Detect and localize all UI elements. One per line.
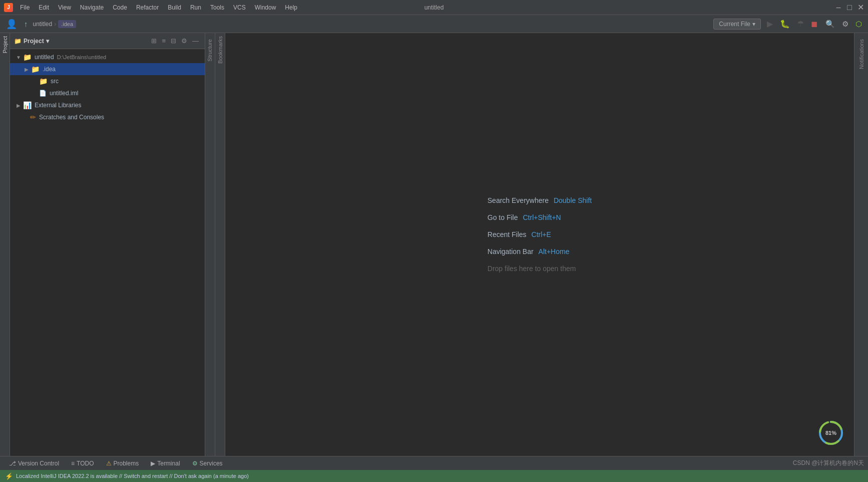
shortcut-navbar: Alt+Home <box>539 248 570 256</box>
welcome-row-navbar: Navigation Bar Alt+Home <box>488 248 592 256</box>
menu-refactor[interactable]: Refactor <box>132 3 163 13</box>
welcome-row-goto: Go to File Ctrl+Shift+N <box>488 213 592 221</box>
app-icon: J <box>4 3 13 12</box>
shortcut-goto: Ctrl+Shift+N <box>523 213 561 221</box>
project-panel: 📁 Project ▾ ⊞ ≡ ⊟ ⚙ — ▼ 📁 untitled D:\Je… <box>10 33 205 456</box>
breadcrumb-sep: › <box>54 21 56 28</box>
tree-label-src: src <box>51 78 59 85</box>
status-message: Localized IntelliJ IDEA 2022.2 is availa… <box>16 473 249 479</box>
menu-window[interactable]: Window <box>251 3 280 13</box>
status-icon: ⚡ <box>5 472 13 480</box>
tab-problems[interactable]: ⚠ Problems <box>101 459 144 468</box>
breadcrumb: untitled › .idea <box>33 20 77 28</box>
welcome-content: Search Everywhere Double Shift Go to Fil… <box>488 196 592 273</box>
project-tree: ▼ 📁 untitled D:\JetBrains\untitled ▶ 📁 .… <box>10 49 205 456</box>
status-bar: ⚡ Localized IntelliJ IDEA 2022.2 is avai… <box>0 470 868 482</box>
shortcut-recent: Ctrl+E <box>532 230 551 238</box>
idea-folder-icon: 📁 <box>31 65 40 73</box>
version-control-icon: ⎇ <box>9 460 16 467</box>
update-icon[interactable]: ↑ <box>22 18 30 30</box>
tree-item-iml[interactable]: 📄 untitled.iml <box>10 87 205 99</box>
title-bar: J File Edit View Navigate Code Refactor … <box>0 0 868 15</box>
bookmarks-strip: Bookmarks <box>215 33 225 456</box>
menu-vcs[interactable]: VCS <box>229 3 250 13</box>
run-config-dropdown[interactable]: Current File ▾ <box>713 19 761 30</box>
structure-label[interactable]: Structure <box>205 35 215 66</box>
search-everywhere-icon[interactable]: 🔍 <box>823 18 837 31</box>
tree-label-root: untitled <box>35 54 54 61</box>
menu-run[interactable]: Run <box>186 3 205 13</box>
src-folder-icon: 📁 <box>39 77 48 85</box>
menu-code[interactable]: Code <box>109 3 131 13</box>
panel-expand-all-button[interactable]: ⊞ <box>149 36 159 46</box>
panel-settings-button[interactable]: ⚙ <box>179 36 189 46</box>
tree-label-idea: .idea <box>43 66 56 73</box>
tree-item-root[interactable]: ▼ 📁 untitled D:\JetBrains\untitled <box>10 51 205 63</box>
menu-file[interactable]: File <box>16 3 34 13</box>
tree-item-scratches[interactable]: ✏ Scratches and Consoles <box>10 111 205 123</box>
tree-item-idea[interactable]: ▶ 📁 .idea <box>10 63 205 75</box>
minimize-button[interactable]: – <box>835 4 842 11</box>
action-navbar: Navigation Bar <box>488 248 534 256</box>
menu-build[interactable]: Build <box>164 3 185 13</box>
menu-help[interactable]: Help <box>281 3 301 13</box>
problems-label: Problems <box>114 460 139 467</box>
panel-title: 📁 Project ▾ <box>14 38 146 45</box>
bottom-right-text: CSDN @计算机内卷的N天 <box>793 459 864 467</box>
panel-collapse-all-button[interactable]: ≡ <box>160 36 168 46</box>
iml-file-icon: 📄 <box>39 90 47 97</box>
run-button[interactable]: ▶ <box>764 17 776 31</box>
menu-tools[interactable]: Tools <box>206 3 228 13</box>
problems-icon: ⚠ <box>106 460 112 467</box>
progress-text: 81% <box>825 430 836 436</box>
tab-terminal[interactable]: ▶ Terminal <box>146 459 185 468</box>
debug-button[interactable]: 🐛 <box>777 17 793 31</box>
folder-icon: 📁 <box>14 38 22 45</box>
panel-chevron-icon[interactable]: ▾ <box>46 38 49 45</box>
tree-arrow-idea: ▶ <box>23 67 30 72</box>
window-controls: – □ ✕ <box>835 4 864 11</box>
panel-filter-button[interactable]: ⊟ <box>169 36 178 46</box>
menu-view[interactable]: View <box>54 3 75 13</box>
welcome-row-drop: Drop files here to open them <box>488 265 592 273</box>
maximize-button[interactable]: □ <box>846 4 853 11</box>
project-strip-label[interactable]: Project <box>1 33 9 56</box>
tab-services[interactable]: ⚙ Services <box>187 459 228 468</box>
todo-label: TODO <box>77 460 94 467</box>
breadcrumb-project[interactable]: untitled <box>33 21 53 28</box>
user-icon[interactable]: 👤 <box>4 17 19 32</box>
menu-edit[interactable]: Edit <box>35 3 53 13</box>
settings-icon[interactable]: ⚙ <box>840 18 850 31</box>
right-notifications-strip: Notifications <box>854 33 868 456</box>
panel-close-button[interactable]: — <box>190 36 201 46</box>
tree-item-extlib[interactable]: ▶ 📊 External Libraries <box>10 99 205 111</box>
tab-todo[interactable]: ≡ TODO <box>66 459 99 468</box>
welcome-row-recent: Recent Files Ctrl+E <box>488 230 592 238</box>
close-button[interactable]: ✕ <box>857 4 864 11</box>
services-label: Services <box>200 460 223 467</box>
tree-sublabel-root: D:\JetBrains\untitled <box>57 54 106 60</box>
action-drop: Drop files here to open them <box>488 265 576 273</box>
breadcrumb-idea[interactable]: .idea <box>58 20 76 28</box>
coverage-button[interactable]: ☂ <box>794 17 807 31</box>
bookmarks-label[interactable]: Bookmarks <box>216 33 224 67</box>
progress-circle: 81% <box>818 420 844 446</box>
main-layout: Project 📁 Project ▾ ⊞ ≡ ⊟ ⚙ — ▼ 📁 <box>0 33 868 456</box>
tree-item-src[interactable]: 📁 src <box>10 75 205 87</box>
action-search: Search Everywhere <box>488 196 549 204</box>
toolbox-icon[interactable]: ⬡ <box>853 18 864 31</box>
extlib-icon: 📊 <box>23 101 32 109</box>
stop-button[interactable]: ◼ <box>808 17 820 31</box>
terminal-label: Terminal <box>157 460 180 467</box>
window-title: untitled <box>424 4 444 11</box>
terminal-icon: ▶ <box>151 460 155 467</box>
menu-navigate[interactable]: Navigate <box>76 3 108 13</box>
version-control-label: Version Control <box>18 460 59 467</box>
far-left-strip: Project <box>0 33 10 456</box>
todo-icon: ≡ <box>71 460 75 467</box>
editor-area[interactable]: Search Everywhere Double Shift Go to Fil… <box>225 33 854 456</box>
structure-strip: Structure <box>205 33 215 456</box>
action-goto: Go to File <box>488 213 518 221</box>
notifications-label[interactable]: Notifications <box>856 35 866 73</box>
tab-version-control[interactable]: ⎇ Version Control <box>4 459 64 468</box>
